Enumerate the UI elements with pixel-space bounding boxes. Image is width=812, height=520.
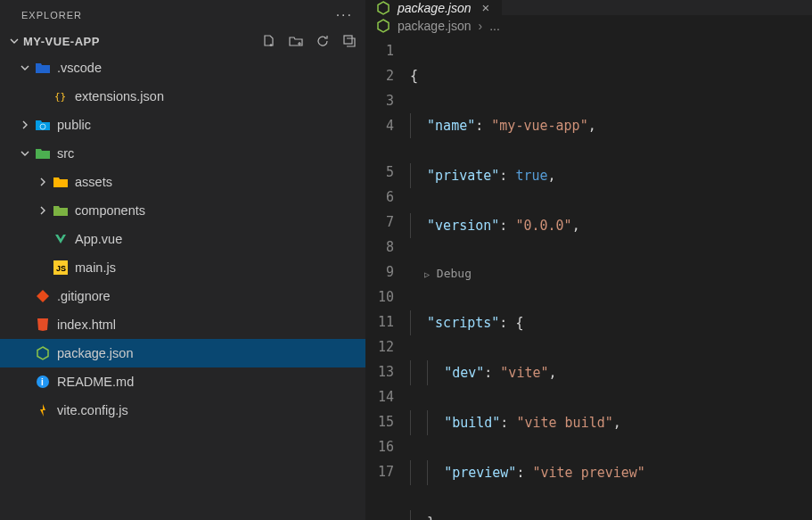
json-key: "name" — [427, 118, 475, 134]
line-number: 17 — [365, 459, 394, 484]
vue-icon — [52, 230, 70, 248]
json-value: "0.0.0" — [515, 218, 571, 234]
tree-label: public — [57, 118, 91, 132]
nodejs-icon — [376, 1, 390, 15]
json-value: "vite build" — [516, 415, 612, 431]
line-number: 6 — [365, 185, 394, 210]
tree-label: package.json — [57, 346, 133, 360]
tree-folder-public[interactable]: public — [0, 111, 365, 139]
new-folder-icon[interactable] — [289, 34, 303, 48]
svg-text:{}: {} — [54, 91, 66, 103]
tree-file-gitignore[interactable]: .gitignore — [0, 282, 365, 310]
vite-icon — [34, 401, 52, 419]
line-gutter: 1 2 3 4 5 6 7 8 9 10 11 12 13 14 15 16 1… — [365, 38, 410, 520]
tree-file-packagejson[interactable]: package.json — [0, 339, 365, 367]
new-file-icon[interactable] — [262, 34, 276, 48]
explorer-sidebar: EXPLORER ··· MY-VUE-APP .vscode {} exten… — [0, 0, 365, 520]
tree-folder-src[interactable]: src — [0, 139, 365, 168]
json-key: "preview" — [444, 465, 516, 481]
tree-file-extensions[interactable]: {} extensions.json — [0, 82, 365, 111]
line-number: 12 — [365, 334, 394, 359]
tree-file-viteconfig[interactable]: vite.config.js — [0, 396, 365, 425]
chevron-down-icon — [7, 36, 21, 46]
collapse-all-icon[interactable] — [342, 34, 357, 48]
breadcrumb-file: package.json — [398, 19, 472, 33]
json-value: "vite preview" — [532, 465, 644, 481]
json-key: "scripts" — [427, 315, 499, 331]
line-number: 16 — [365, 434, 394, 459]
code-editor[interactable]: 1 2 3 4 5 6 7 8 9 10 11 12 13 14 15 16 1… — [365, 37, 812, 520]
chevron-right-icon: › — [479, 19, 483, 33]
tree-file-readme[interactable]: i README.md — [0, 367, 365, 396]
js-icon: JS — [52, 259, 70, 277]
folder-public-icon — [34, 116, 52, 134]
tree-folder-assets[interactable]: assets — [0, 168, 365, 196]
project-name: MY-VUE-APP — [23, 35, 100, 48]
line-number: 3 — [365, 88, 394, 113]
tab-packagejson[interactable]: package.json × — [365, 0, 502, 15]
json-value: "vite" — [500, 365, 548, 381]
json-value: "my-vue-app" — [491, 118, 587, 134]
folder-components-icon — [52, 202, 70, 219]
tree-label: .vscode — [57, 61, 102, 75]
svg-rect-0 — [344, 36, 352, 44]
line-number: 13 — [365, 359, 394, 384]
line-number: 8 — [365, 235, 394, 260]
tree-folder-vscode[interactable]: .vscode — [0, 54, 365, 82]
folder-vscode-icon — [34, 59, 52, 77]
more-icon[interactable]: ··· — [336, 7, 353, 23]
tree-label: .gitignore — [57, 289, 111, 303]
folder-src-icon — [34, 144, 52, 162]
folder-assets-icon — [52, 173, 70, 191]
line-number: 4 — [365, 113, 394, 138]
tree-file-appvue[interactable]: App.vue — [0, 225, 365, 253]
tree-file-mainjs[interactable]: JS main.js — [0, 253, 365, 282]
explorer-header: EXPLORER ··· — [0, 0, 365, 30]
line-number: 14 — [365, 384, 394, 409]
tree-label: README.md — [57, 375, 134, 389]
tree-label: main.js — [75, 260, 116, 275]
tree-label: index.html — [57, 318, 116, 332]
close-icon[interactable]: × — [479, 0, 494, 15]
breadcrumb-more: ... — [489, 19, 500, 33]
chevron-right-icon — [18, 120, 32, 130]
json-key: "version" — [427, 218, 499, 234]
line-number: 15 — [365, 409, 394, 434]
chevron-down-icon — [18, 62, 32, 73]
json-key: "private" — [427, 168, 499, 184]
chevron-right-icon — [36, 205, 50, 216]
code-content[interactable]: { "name": "my-vue-app", "private": true,… — [410, 38, 693, 520]
project-header[interactable]: MY-VUE-APP — [0, 30, 365, 52]
tree-file-indexhtml[interactable]: index.html — [0, 310, 365, 339]
tree-folder-components[interactable]: components — [0, 196, 365, 225]
tree-label: assets — [75, 175, 112, 189]
tree-label: extensions.json — [75, 89, 164, 103]
tree-label: src — [57, 146, 74, 161]
chevron-down-icon — [18, 148, 32, 159]
refresh-icon[interactable] — [316, 34, 330, 48]
html-icon — [34, 316, 52, 334]
svg-text:JS: JS — [56, 264, 66, 273]
nodejs-icon — [34, 344, 52, 362]
line-number: 1 — [365, 38, 394, 63]
json-value: true — [515, 168, 547, 184]
editor-pane: package.json × package.json › ... 1 2 3 … — [365, 0, 812, 520]
debug-codelens[interactable]: ▷ Debug — [410, 263, 693, 285]
chevron-right-icon — [36, 177, 50, 187]
line-number: 7 — [365, 210, 394, 235]
line-number: 5 — [365, 160, 394, 185]
tree-label: components — [75, 203, 145, 218]
editor-tabs: package.json × — [365, 0, 812, 15]
json-key: "dev" — [444, 365, 484, 381]
json-icon: {} — [52, 87, 70, 105]
svg-text:i: i — [41, 377, 44, 387]
tree-label: vite.config.js — [57, 403, 128, 417]
breadcrumbs[interactable]: package.json › ... — [365, 15, 812, 37]
info-icon: i — [34, 373, 52, 391]
explorer-title: EXPLORER — [21, 10, 82, 21]
line-number: 9 — [365, 260, 394, 285]
tab-label: package.json — [398, 1, 472, 15]
git-icon — [34, 287, 52, 305]
tree-label: App.vue — [75, 232, 122, 246]
line-number: 11 — [365, 310, 394, 334]
